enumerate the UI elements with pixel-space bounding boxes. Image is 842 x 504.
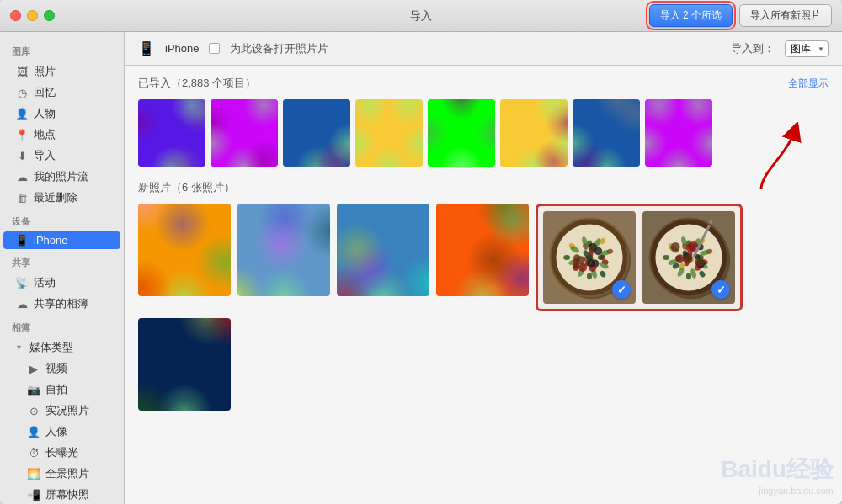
new-photo-unselected[interactable] (436, 204, 529, 296)
sidebar-item-screenshot[interactable]: 📲 屏幕快照 (3, 485, 120, 504)
places-icon: 📍 (15, 129, 29, 141)
people-icon: 👤 (15, 108, 29, 120)
new-photos-grid: ✓ ✓ (138, 204, 829, 411)
titlebar-actions: 导入 2 个所选 导入所有新照片 (649, 4, 832, 27)
content-area: 📱 iPhone 为此设备打开照片片 导入到： 图库 已导入（2,883 个项目… (125, 32, 842, 504)
sidebar-item-label: 长曝光 (45, 445, 78, 460)
window-controls (10, 10, 55, 21)
longexposure-icon: ⏱ (27, 447, 40, 459)
imported-photo[interactable] (210, 99, 278, 167)
recentlydeleted-icon: 🗑 (15, 192, 29, 204)
photos-icon: 🖼 (15, 66, 29, 78)
already-imported-title: 已导入（2,883 个项目） (138, 76, 256, 91)
imported-photo[interactable] (138, 99, 205, 167)
titlebar: 导入 导入 2 个所选 导入所有新照片 (0, 0, 842, 32)
sidebar-item-selfie[interactable]: 📷 自拍 (3, 379, 120, 400)
show-all-link[interactable]: 全部显示 (788, 77, 829, 91)
imported-photo[interactable] (500, 99, 568, 167)
sidebar-item-import[interactable]: ⬇ 导入 (3, 146, 120, 166)
sidebar-item-label: 视频 (45, 361, 67, 376)
import-to-label: 导入到： (731, 41, 775, 56)
open-for-device-label: 为此设备打开照片片 (230, 41, 328, 56)
iphone-icon: 📱 (15, 234, 29, 247)
new-photo-unselected[interactable] (237, 204, 330, 296)
main-window: 导入 导入 2 个所选 导入所有新照片 图库 🖼 照片 ◷ 回忆 👤 人物 (0, 0, 842, 504)
sidebar-item-label: 地点 (34, 127, 56, 142)
already-imported-section: 已导入（2,883 个项目） 全部显示 (138, 76, 829, 411)
sidebar-item-label: 导入 (34, 148, 56, 163)
import-icon: ⬇ (15, 150, 29, 162)
new-photo-unselected[interactable] (337, 204, 429, 296)
sidebar-item-photos[interactable]: 🖼 照片 (3, 61, 120, 82)
activity-icon: 📡 (15, 277, 29, 289)
sidebar-item-label: 实况照片 (45, 403, 89, 418)
sidebar-item-mediatype-header[interactable]: ▼ 媒体类型 (3, 337, 120, 358)
sidebar-item-memories[interactable]: ◷ 回忆 (3, 82, 120, 103)
imported-photo[interactable] (283, 99, 350, 167)
close-button[interactable] (10, 10, 21, 21)
shared-album-icon: ☁ (15, 298, 29, 310)
sidebar-item-label: 我的照片流 (34, 169, 88, 184)
destination-select-wrapper[interactable]: 图库 (785, 40, 829, 57)
sidebar-item-label: 屏幕快照 (45, 487, 89, 502)
sidebar-item-livephoto[interactable]: ⊙ 实况照片 (3, 401, 120, 421)
selected-photo-1[interactable]: ✓ (543, 211, 636, 304)
selected-photo-2[interactable]: ✓ (642, 211, 735, 304)
livephoto-icon: ⊙ (27, 405, 40, 417)
sidebar-item-video[interactable]: ▶ 视频 (3, 358, 120, 379)
minimize-button[interactable] (27, 10, 38, 21)
baidu-logo: Baidu经验 (721, 454, 834, 485)
selfie-icon: 📷 (27, 384, 40, 396)
selected-photos-group: ✓ ✓ (536, 204, 743, 311)
imported-photo[interactable] (428, 99, 495, 167)
sidebar-item-people[interactable]: 👤 人物 (3, 103, 120, 124)
new-photos-title: 新照片（6 张照片） (138, 180, 235, 195)
sidebar-item-portrait[interactable]: 👤 人像 (3, 422, 120, 442)
sidebar-section-shared: 共享 (0, 250, 124, 272)
sidebar-item-panorama[interactable]: 🌅 全景照片 (3, 464, 120, 484)
screenshot-icon: 📲 (27, 489, 40, 501)
sidebar-item-photostream[interactable]: ☁ 我的照片流 (3, 167, 120, 187)
destination-select[interactable]: 图库 (785, 40, 829, 57)
portrait-icon: 👤 (27, 426, 40, 438)
sidebar-item-places[interactable]: 📍 地点 (3, 125, 120, 145)
expand-icon: ▼ (15, 343, 23, 352)
sidebar-item-label: 活动 (34, 275, 56, 290)
photo-check-2: ✓ (711, 280, 730, 299)
imported-photo[interactable] (645, 99, 712, 167)
sidebar-item-iphone[interactable]: 📱 iPhone (3, 231, 120, 249)
sidebar-item-label: iPhone (34, 234, 67, 247)
sidebar-item-label: 最近删除 (34, 190, 77, 205)
imported-photo[interactable] (355, 99, 423, 167)
sidebar-item-label: 人像 (45, 424, 67, 439)
sidebar-item-label: 照片 (34, 64, 56, 79)
sidebar-item-label: 全景照片 (45, 466, 89, 481)
import-all-button[interactable]: 导入所有新照片 (739, 4, 832, 27)
device-name: iPhone (165, 42, 199, 55)
imported-photo[interactable] (573, 99, 640, 167)
main-layout: 图库 🖼 照片 ◷ 回忆 👤 人物 📍 地点 ⬇ 导入 ☁ (0, 32, 842, 504)
photo-check-1: ✓ (612, 280, 631, 299)
already-imported-grid (138, 99, 829, 167)
sidebar-section-devices: 设备 (0, 209, 124, 231)
sidebar: 图库 🖼 照片 ◷ 回忆 👤 人物 📍 地点 ⬇ 导入 ☁ (0, 32, 125, 504)
sidebar-item-label: 共享的相簿 (34, 296, 88, 311)
sidebar-section-albums: 相簿 (0, 315, 124, 337)
device-icon: 📱 (138, 40, 155, 56)
open-for-device-checkbox[interactable] (209, 43, 220, 54)
sidebar-item-activity[interactable]: 📡 活动 (3, 273, 120, 293)
watermark: Baidu经验 jingyan.baidu.com (721, 454, 834, 496)
sidebar-item-label: 媒体类型 (29, 340, 73, 355)
sidebar-item-longexposure[interactable]: ⏱ 长曝光 (3, 443, 120, 463)
import-selected-button[interactable]: 导入 2 个所选 (649, 4, 733, 27)
panorama-icon: 🌅 (27, 468, 40, 480)
sidebar-item-recentlydeleted[interactable]: 🗑 最近删除 (3, 188, 120, 208)
maximize-button[interactable] (44, 10, 55, 21)
window-title: 导入 (410, 8, 432, 24)
sidebar-item-label: 回忆 (34, 85, 56, 100)
new-photos-header: 新照片（6 张照片） (138, 180, 829, 195)
sidebar-item-shared-album[interactable]: ☁ 共享的相簿 (3, 294, 120, 314)
new-photo-unselected[interactable] (138, 318, 231, 411)
memories-icon: ◷ (15, 87, 29, 99)
new-photo-unselected[interactable] (138, 204, 231, 296)
